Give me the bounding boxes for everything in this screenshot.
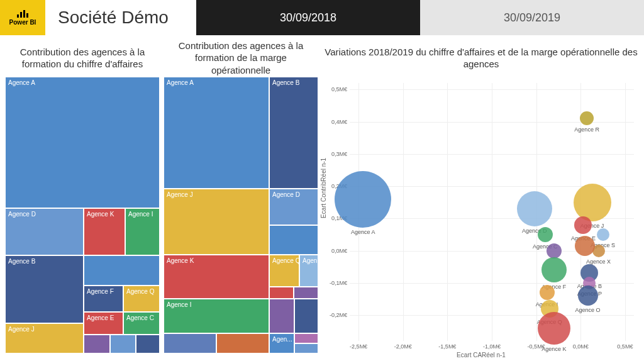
x-tick: 0,0M€ — [573, 343, 589, 350]
treemap-cell[interactable]: Agen... — [269, 333, 294, 353]
treemap-cell[interactable]: Agence F — [84, 286, 123, 312]
treemap-cell[interactable] — [216, 333, 269, 353]
chart3-title: Variations 2018/2019 du chiffre d'affair… — [323, 46, 639, 70]
treemap-cell[interactable]: Agence I — [125, 208, 160, 255]
treemap-cell[interactable]: Agence I — [164, 299, 269, 333]
header: Power BI Société Démo 30/09/2018 30/09/2… — [0, 0, 644, 35]
chart2-column: Contribution des agences à la formation … — [164, 35, 318, 353]
x-tick: -0,5M€ — [528, 343, 545, 350]
x-tick: -1,0M€ — [483, 343, 501, 350]
bubble-label: Agence A — [351, 229, 375, 235]
treemap-cell[interactable] — [294, 333, 318, 343]
bubble-label: Agence O — [575, 307, 601, 313]
bubble[interactable] — [547, 243, 562, 258]
bubble[interactable] — [574, 216, 592, 234]
bubble[interactable] — [517, 191, 552, 226]
plot-area: Agence AAgence RAgence DAgence JAgence E… — [350, 83, 634, 341]
bubble[interactable] — [578, 286, 598, 306]
treemap-cell[interactable] — [84, 335, 110, 353]
y-tick: -0,1M€ — [321, 280, 347, 286]
bubble[interactable] — [540, 285, 555, 300]
chart2-title: Contribution des agences à la formation … — [166, 40, 316, 77]
chart1-title: Contribution des agences à la formation … — [8, 46, 157, 70]
y-tick: 0,0M€ — [321, 248, 347, 254]
x-tick: -2,0M€ — [394, 343, 412, 350]
bubble[interactable] — [574, 184, 611, 221]
date-tab-2019[interactable]: 30/09/2019 — [420, 0, 644, 35]
treemap-cell[interactable] — [269, 225, 318, 255]
treemap-cell[interactable] — [294, 287, 318, 299]
bubble[interactable] — [575, 236, 595, 256]
treemap-cell[interactable]: Agence D — [5, 208, 84, 255]
x-axis-label: Ecart CARéel n-1 — [457, 352, 506, 358]
y-tick: 0,4M€ — [321, 119, 347, 125]
bubble[interactable] — [541, 257, 567, 282]
chart1-column: Contribution des agences à la formation … — [5, 35, 160, 353]
treemap-cell[interactable]: Agence J — [164, 189, 269, 255]
y-tick: 0,3M€ — [321, 151, 347, 157]
treemap-cell[interactable] — [294, 343, 318, 353]
treemap-cell[interactable] — [84, 255, 160, 286]
x-tick: -2,5M€ — [350, 343, 367, 350]
treemap-cell[interactable] — [136, 335, 160, 353]
bubble[interactable] — [538, 312, 570, 345]
treemap-cell[interactable]: Agence B — [269, 77, 318, 189]
treemap-cell[interactable]: Agence D — [269, 189, 318, 225]
treemap-cell[interactable]: Agence K — [164, 255, 269, 299]
logo-text: Power BI — [9, 19, 36, 26]
treemap-marge[interactable]: Agence AAgence BAgence JAgence DAgence K… — [164, 77, 318, 353]
treemap-cell[interactable] — [269, 287, 294, 299]
bubble[interactable] — [597, 228, 609, 241]
x-tick: -1,5M€ — [438, 343, 456, 350]
bubble-label: Agence K — [541, 346, 566, 352]
treemap-cell[interactable]: Agence A — [5, 77, 160, 208]
treemap-cell[interactable]: Agence K — [84, 208, 125, 255]
treemap-ca[interactable]: Agence AAgence DAgence KAgence IAgence B… — [5, 77, 160, 353]
treemap-cell[interactable]: Agence Q — [123, 286, 160, 312]
treemap-cell[interactable] — [269, 299, 294, 333]
bubble[interactable] — [335, 171, 391, 228]
treemap-cell[interactable]: Agence A — [164, 77, 269, 189]
treemap-cell[interactable] — [294, 299, 318, 333]
page-title: Société Démo — [45, 0, 196, 35]
bubble-label: Agence R — [574, 126, 599, 133]
y-tick: -0,2M€ — [321, 312, 347, 318]
treemap-cell[interactable]: Agen... — [299, 255, 318, 287]
treemap-cell[interactable]: Agence J — [5, 323, 84, 353]
x-tick: 0,5M€ — [617, 343, 633, 350]
y-tick: 0,5M€ — [321, 86, 347, 92]
treemap-cell[interactable]: Agence Q — [269, 255, 299, 287]
treemap-cell[interactable]: Agence E — [84, 312, 123, 335]
bubble-label: Agence X — [586, 258, 611, 265]
bubble[interactable] — [580, 111, 594, 125]
treemap-cell[interactable]: Agence B — [5, 255, 84, 323]
treemap-cell[interactable]: Agence C — [123, 312, 160, 335]
date-tab-2018[interactable]: 30/09/2018 — [196, 0, 420, 35]
powerbi-logo: Power BI — [0, 0, 45, 35]
chart3-column: Variations 2018/2019 du chiffre d'affair… — [321, 35, 641, 360]
treemap-cell[interactable] — [110, 335, 136, 353]
scatter-variations[interactable]: Ecart ContribRéel n-1 0,5M€0,4M€0,3M€0,2… — [321, 77, 641, 360]
treemap-cell[interactable] — [164, 333, 216, 353]
bar-icon — [17, 10, 28, 18]
bubble[interactable] — [538, 227, 553, 242]
content: Contribution des agences à la formation … — [0, 35, 644, 361]
